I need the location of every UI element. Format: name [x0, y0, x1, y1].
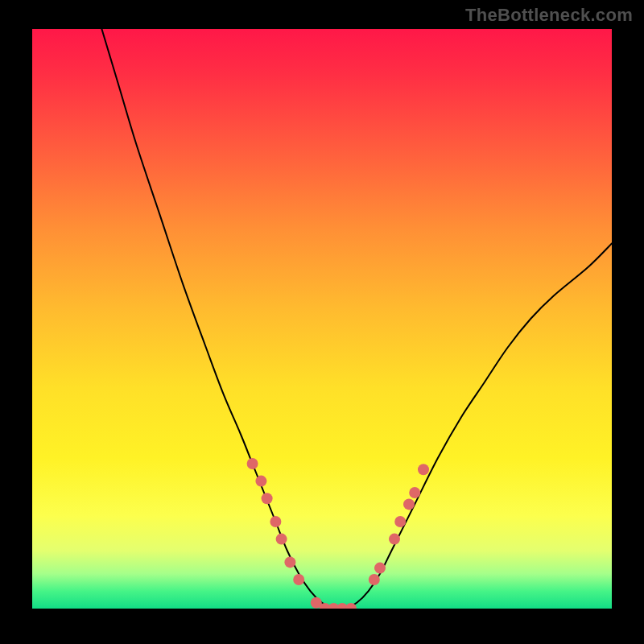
- data-markers: [247, 458, 429, 609]
- data-marker: [409, 487, 420, 498]
- data-marker: [403, 498, 415, 510]
- data-marker: [369, 574, 380, 585]
- data-marker: [418, 464, 429, 475]
- data-marker: [389, 534, 400, 545]
- data-marker: [394, 516, 406, 527]
- bottleneck-curve: [101, 29, 612, 609]
- data-marker: [262, 493, 273, 504]
- data-marker: [270, 516, 281, 527]
- data-marker: [247, 458, 258, 469]
- data-marker: [284, 556, 295, 568]
- data-marker: [276, 534, 287, 545]
- data-marker: [255, 476, 266, 487]
- data-marker: [293, 574, 304, 585]
- plot-area: [32, 29, 612, 609]
- attribution-label: TheBottleneck.com: [465, 5, 633, 26]
- data-marker: [374, 563, 386, 574]
- curve-svg: [32, 29, 612, 609]
- chart-container: TheBottleneck.com: [0, 0, 644, 644]
